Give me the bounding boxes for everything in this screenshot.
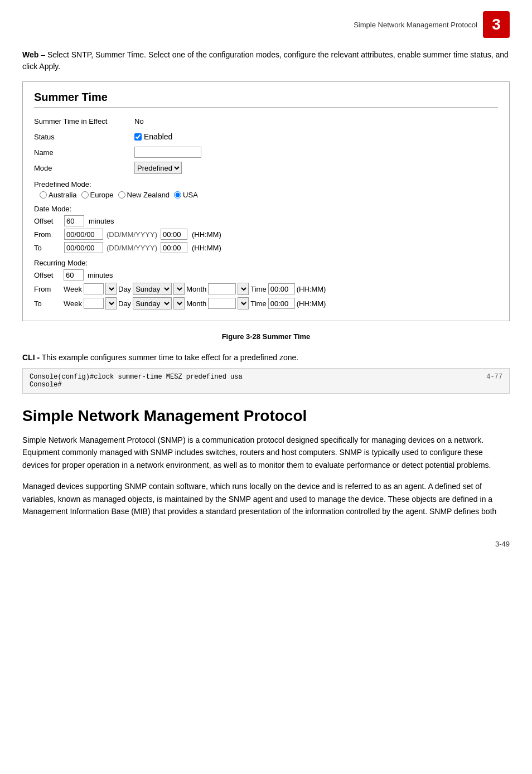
date-from-time-input[interactable]: [161, 229, 187, 240]
name-label: Name: [34, 148, 134, 157]
recurring-from-time-format: (HH:MM): [297, 285, 326, 293]
code-page-ref: 4-77: [486, 373, 502, 389]
header-title: Simple Network Management Protocol: [354, 21, 477, 29]
recurring-from-day-label: Day: [118, 285, 131, 293]
recurring-offset-input[interactable]: [64, 269, 84, 280]
mode-row: Mode Predefined Recurring Date: [34, 161, 498, 175]
mode-select[interactable]: Predefined Recurring Date: [134, 162, 182, 174]
mode-label: Mode: [34, 164, 134, 172]
radio-usa-input[interactable]: [174, 191, 181, 199]
recurring-mode-label: Recurring Mode:: [34, 259, 498, 267]
recurring-to-day-label: Day: [118, 299, 131, 308]
snmp-paragraph2: Managed devices supporting SNMP contain …: [22, 480, 510, 517]
date-to-time-input[interactable]: [161, 242, 187, 253]
intro-paragraph: Web – Select SNTP, Summer Time. Select o…: [22, 49, 510, 72]
predefined-mode-section: Predefined Mode: Australia Europe New Ze…: [34, 180, 498, 199]
date-from-date-input[interactable]: [64, 229, 103, 240]
recurring-to-time-label: Time: [250, 299, 266, 308]
page-header: Simple Network Management Protocol 3: [22, 11, 510, 38]
name-input[interactable]: [134, 147, 201, 158]
radio-new-zealand-input[interactable]: [118, 191, 125, 199]
recurring-from-row: From Week Day Sunday Monday Tuesday Wedn…: [34, 283, 498, 295]
recurring-from-month-input[interactable]: [208, 283, 236, 294]
date-mode-section: Date Mode: Offset minutes From (DD/MM/YY…: [34, 205, 498, 253]
recurring-offset-label: Offset: [34, 271, 62, 279]
summer-time-in-effect-value: No: [134, 117, 144, 125]
recurring-from-day-select[interactable]: Sunday Monday Tuesday Wednesday Thursday…: [133, 283, 172, 295]
recurring-offset-row: Offset minutes: [34, 269, 498, 280]
status-checkbox-label: Enabled: [144, 132, 172, 141]
code-line1: Console(config)#clock summer-time MESZ p…: [30, 373, 243, 381]
recurring-from-time-label: Time: [250, 285, 266, 293]
date-from-time-format: (HH:MM): [192, 230, 221, 239]
recurring-from-week-select[interactable]: [105, 283, 117, 295]
status-checkbox[interactable]: [134, 133, 142, 141]
date-to-row: To (DD/MM/YYYY) (HH:MM): [34, 242, 498, 253]
status-label: Status: [34, 133, 134, 141]
figure-caption: Figure 3-28 Summer Time: [22, 332, 510, 341]
panel-title: Summer Time: [34, 91, 498, 108]
date-offset-input[interactable]: [64, 215, 84, 226]
predefined-mode-radio-group: Australia Europe New Zealand USA: [40, 191, 498, 199]
radio-europe-label: Europe: [90, 191, 114, 199]
radio-europe: Europe: [81, 191, 114, 199]
recurring-from-month-label: Month: [186, 285, 206, 293]
intro-text: – Select SNTP, Summer Time. Select one o…: [22, 50, 509, 71]
code-line2: Console#: [30, 381, 62, 389]
page-number: 3-49: [495, 540, 510, 548]
summer-time-panel: Summer Time Summer Time in Effect No Sta…: [22, 81, 510, 321]
chapter-badge: 3: [483, 11, 510, 38]
radio-australia-input[interactable]: [40, 191, 47, 199]
summer-time-in-effect-label: Summer Time in Effect: [34, 117, 134, 125]
snmp-paragraph1: Simple Network Management Protocol (SNMP…: [22, 434, 510, 471]
recurring-to-label: To: [34, 299, 62, 308]
status-checkbox-group: Enabled: [134, 132, 172, 141]
code-block: Console(config)#clock summer-time MESZ p…: [22, 368, 510, 394]
recurring-to-month-select[interactable]: [238, 297, 249, 309]
recurring-from-week-text: Week: [64, 285, 82, 293]
recurring-to-week-select[interactable]: [105, 297, 117, 309]
date-to-date-format: (DD/MM/YYYY): [107, 244, 157, 252]
recurring-to-week-text: Week: [64, 299, 82, 308]
status-row: Status Enabled: [34, 130, 498, 143]
cli-text: This example configures summer time to t…: [40, 353, 298, 362]
date-from-date-format: (DD/MM/YYYY): [107, 230, 157, 239]
date-offset-row: Offset minutes: [34, 215, 498, 226]
recurring-to-time-input[interactable]: [268, 298, 295, 309]
date-to-time-format: (HH:MM): [192, 244, 221, 252]
intro-bold: Web: [22, 50, 38, 59]
date-to-label: To: [34, 244, 62, 252]
date-offset-label: Offset: [34, 217, 62, 225]
recurring-from-month-select[interactable]: [238, 283, 249, 295]
predefined-mode-label: Predefined Mode:: [34, 180, 498, 188]
recurring-mode-section: Recurring Mode: Offset minutes From Week…: [34, 259, 498, 309]
recurring-to-day-select[interactable]: Sunday Monday: [133, 297, 172, 309]
page-footer: 3-49: [22, 540, 510, 548]
date-offset-unit: minutes: [89, 217, 114, 225]
radio-usa-label: USA: [183, 191, 198, 199]
recurring-to-row: To Week Day Sunday Monday Month Time (HH…: [34, 297, 498, 309]
date-mode-label: Date Mode:: [34, 205, 498, 213]
radio-new-zealand-label: New Zealand: [127, 191, 170, 199]
recurring-to-time-format: (HH:MM): [297, 299, 326, 308]
recurring-to-day-arrow[interactable]: [173, 297, 185, 309]
recurring-from-label: From: [34, 285, 62, 293]
date-to-date-input[interactable]: [64, 242, 103, 253]
snmp-heading: Simple Network Management Protocol: [22, 407, 510, 425]
recurring-from-week-input[interactable]: [84, 283, 104, 294]
recurring-to-week-input[interactable]: [84, 298, 104, 309]
radio-australia-label: Australia: [49, 191, 77, 199]
recurring-from-time-input[interactable]: [268, 283, 295, 294]
recurring-from-day-arrow[interactable]: [173, 283, 185, 295]
cli-bold-label: CLI -: [22, 353, 40, 362]
date-from-label: From: [34, 230, 62, 239]
date-from-row: From (DD/MM/YYYY) (HH:MM): [34, 229, 498, 240]
cli-label: CLI - This example configures summer tim…: [22, 352, 510, 364]
code-content: Console(config)#clock summer-time MESZ p…: [30, 373, 243, 389]
recurring-to-month-input[interactable]: [208, 298, 236, 309]
summer-time-in-effect-row: Summer Time in Effect No: [34, 114, 498, 128]
radio-europe-input[interactable]: [81, 191, 89, 199]
name-row: Name: [34, 146, 498, 159]
radio-usa: USA: [174, 191, 198, 199]
recurring-offset-unit: minutes: [88, 271, 113, 279]
